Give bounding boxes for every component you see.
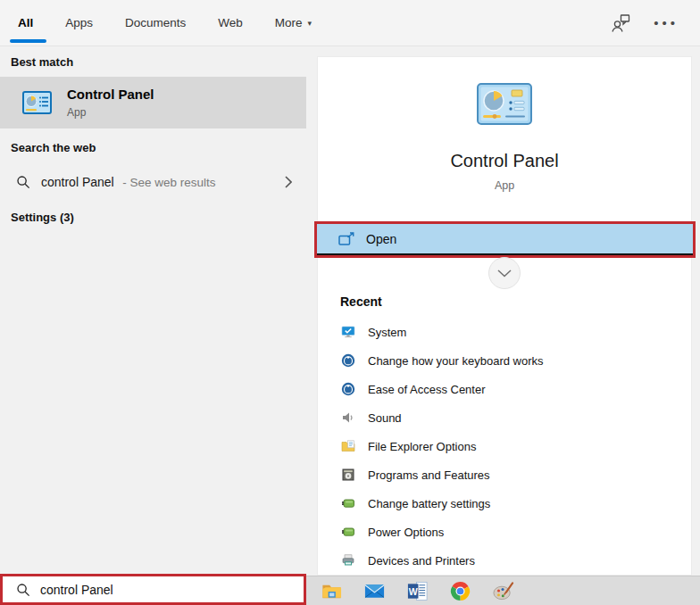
paint-taskbar-icon[interactable]	[492, 580, 514, 602]
system-icon	[341, 325, 355, 339]
filter-tab[interactable]: Web	[218, 0, 248, 46]
expand-results-button[interactable]	[488, 257, 521, 289]
recent-item-label: Sound	[368, 411, 402, 425]
recent-item-label: File Explorer Options	[368, 440, 476, 453]
search-icon	[16, 583, 30, 597]
header-actions: •••	[611, 0, 700, 46]
open-annotation-highlight: Open	[314, 221, 696, 258]
svg-text:W: W	[409, 585, 418, 596]
filter-tabs: All Apps Documents Web More ▾	[0, 0, 312, 46]
ease-of-access-icon	[341, 353, 355, 368]
recent-section-label: Recent	[340, 294, 382, 309]
recent-list: System Change how your keyboard works Ea…	[318, 318, 691, 575]
taskbar: W	[306, 576, 700, 605]
settings-section-label: Settings (3)	[0, 202, 306, 232]
results-panel: Best match Control Panel App Search the …	[0, 46, 306, 605]
programs-features-icon	[341, 468, 355, 482]
recent-item[interactable]: Ease of Access Center	[318, 375, 691, 403]
file-explorer-options-icon	[341, 439, 355, 453]
recent-item[interactable]: Power Options	[318, 518, 691, 546]
app-icon-wrap	[318, 83, 691, 128]
recent-item-label: System	[368, 326, 406, 339]
filter-tab[interactable]: Documents	[125, 0, 191, 46]
recent-item-label: Devices and Printers	[368, 554, 475, 568]
power-icon	[341, 525, 355, 539]
chevron-right-icon	[285, 176, 292, 188]
more-options-icon[interactable]: •••	[654, 15, 679, 30]
ease-of-access-icon	[341, 382, 355, 396]
control-panel-icon-large	[477, 83, 532, 125]
web-query-text: control Panel	[41, 175, 114, 189]
sound-icon	[341, 410, 355, 425]
preview-panel: Control Panel App Open Recent System Cha…	[317, 56, 692, 576]
feedback-icon[interactable]	[611, 14, 630, 32]
power-icon	[341, 496, 355, 510]
filter-tab[interactable]: More ▾	[275, 0, 312, 46]
filter-tab[interactable]: Apps	[65, 0, 98, 46]
preview-app-type: App	[318, 179, 691, 192]
open-external-icon	[338, 232, 354, 246]
recent-item[interactable]: Change how your keyboard works	[318, 346, 691, 375]
file-explorer-taskbar-icon[interactable]	[321, 580, 343, 602]
recent-item[interactable]: Change battery settings	[318, 489, 691, 518]
search-icon	[16, 175, 30, 189]
recent-item-label: Change battery settings	[368, 497, 490, 510]
word-taskbar-icon[interactable]: W	[406, 580, 429, 602]
recent-item[interactable]: Programs and Features	[318, 460, 691, 489]
devices-printers-icon	[341, 553, 355, 568]
open-button-label: Open	[366, 232, 396, 246]
chrome-taskbar-icon[interactable]	[449, 580, 471, 602]
recent-item-label: Power Options	[368, 526, 444, 539]
recent-item[interactable]: Sound	[318, 403, 691, 432]
control-panel-icon	[22, 91, 52, 114]
mail-taskbar-icon[interactable]	[363, 580, 386, 602]
preview-app-title: Control Panel	[318, 151, 691, 171]
recent-item-label: Ease of Access Center	[368, 383, 486, 396]
filter-tab[interactable]: All	[18, 0, 38, 46]
recent-item[interactable]: System	[318, 318, 691, 346]
search-header: All Apps Documents Web More ▾ •••	[0, 0, 700, 46]
open-button[interactable]: Open	[317, 224, 693, 255]
web-result-hint: - See web results	[122, 176, 215, 189]
search-input[interactable]	[40, 583, 304, 597]
best-match-section-label: Best match	[0, 46, 306, 77]
recent-item-label: Programs and Features	[368, 468, 490, 482]
web-search-result[interactable]: control Panel - See web results	[0, 162, 306, 202]
best-match-title: Control Panel	[67, 87, 154, 102]
chevron-down-icon	[497, 269, 512, 278]
best-match-subtitle: App	[67, 106, 154, 119]
recent-item-label: Change how your keyboard works	[368, 354, 544, 368]
chevron-down-icon: ▾	[308, 19, 312, 28]
recent-item[interactable]: File Explorer Options	[318, 432, 691, 460]
taskbar-search-box	[0, 574, 306, 605]
search-web-section-label: Search the web	[0, 128, 306, 162]
best-match-result-control-panel[interactable]: Control Panel App	[0, 77, 306, 128]
recent-item[interactable]: Devices and Printers	[318, 546, 691, 575]
